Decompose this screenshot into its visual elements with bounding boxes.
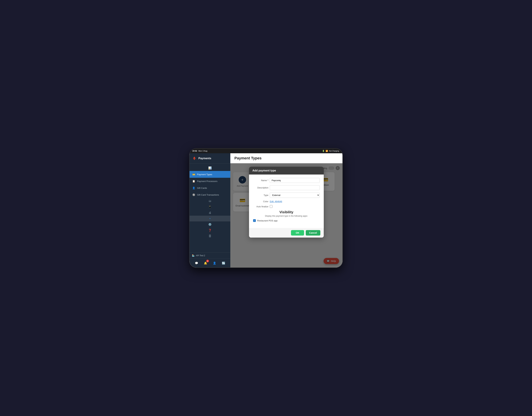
app-logo (192, 156, 197, 161)
device-icon: 📱 (208, 205, 212, 209)
chat-icon: 💬 (195, 261, 198, 265)
sidebar-item-payment-types[interactable]: 💳 Payment Types (190, 171, 230, 178)
active-section-icon: ▪️ (209, 217, 210, 220)
modal-body: Name * Description Type (249, 174, 324, 228)
pos-app-label: Restaurant POS app (257, 219, 277, 222)
sidebar-icon-stats[interactable]: 📊 (190, 165, 230, 171)
venue-name: API Test 2 (196, 254, 205, 257)
print-icon: 🖨 (209, 211, 211, 214)
visibility-option-pos: ✓ Restaurant POS app (253, 219, 320, 222)
sidebar-icon-help[interactable]: ❓ (190, 227, 230, 233)
modal-overlay: Add payment type Name * Description (230, 163, 342, 268)
color-label: Color (253, 200, 268, 203)
sidebar-nav: 📊 💳 Payment Types 📋 Payment Processors 👤… (190, 164, 230, 252)
charging-status: Not Charging (329, 150, 339, 152)
settings-icon: ⚙️ (208, 223, 212, 226)
sidebar-item-gift-cards[interactable]: 👤 Gift Cards (190, 184, 230, 191)
gift-cards-icon: 👤 (192, 186, 195, 190)
description-input[interactable] (270, 185, 320, 190)
status-bar-left: 19:52 Mon 3 Aug (192, 150, 207, 152)
type-select[interactable]: External Internal Cash (270, 193, 320, 198)
auto-finalize-label: Auto finalize (253, 205, 268, 208)
status-bar: 19:52 Mon 3 Aug 🔋 📶 Not Charging (190, 148, 342, 153)
modal-header: Add payment type (249, 167, 324, 174)
venue-icon: 🏪 (192, 254, 194, 257)
visibility-title: Visibility (253, 210, 320, 214)
add-payment-type-modal: Add payment type Name * Description (249, 167, 324, 238)
help-icon: ❓ (208, 229, 212, 232)
sidebar-label-payment-processors: Payment Processors (197, 180, 218, 183)
sidebar-bottom-icons: 💬 🔔 4 👤 ↪️ (190, 259, 230, 268)
db-icon: 🗄 (209, 235, 211, 238)
sidebar-icon-db[interactable]: 🗄 (190, 233, 230, 239)
sidebar-label-gift-card-transactions: Gift Card Transactions (197, 193, 219, 196)
status-time: 19:52 (192, 150, 197, 152)
description-field-row: Description (253, 185, 320, 190)
visibility-desc: Display this payment type in the followi… (253, 215, 320, 217)
sidebar-title: Payments (198, 157, 211, 160)
auto-finalize-checkbox[interactable] (270, 205, 272, 208)
sidebar-item-payment-processors[interactable]: 📋 Payment Processors (190, 178, 230, 184)
app-container: Payments 📊 💳 Payment Types 📋 Payment Pro… (190, 153, 342, 268)
type-field-row: Type External Internal Cash (253, 193, 320, 198)
sidebar-label-payment-types: Payment Types (197, 173, 212, 176)
description-label: Description (253, 186, 268, 189)
page-body: Enable sorting ✕ + Add Payment (230, 163, 342, 268)
chat-button[interactable]: 💬 (194, 260, 199, 266)
user-icon: 👤 (213, 261, 216, 265)
sidebar-icon-print[interactable]: 🖨 (190, 210, 230, 216)
page-title: Payment Types (234, 156, 338, 160)
pos-app-checkbox[interactable]: ✓ (253, 219, 256, 222)
color-field-row: Color Edit: 464646 (253, 200, 320, 203)
sidebar-icon-layers[interactable]: 🗂 (190, 198, 230, 204)
cancel-button[interactable]: Cancel (306, 230, 320, 235)
notifications-button[interactable]: 🔔 4 (203, 260, 208, 266)
payment-processors-icon: 📋 (192, 179, 195, 183)
battery-icon: 🔋 (322, 150, 325, 152)
sidebar-footer: 🏪 API Test 2 (190, 252, 230, 259)
payment-types-icon: 💳 (192, 173, 195, 176)
color-edit-link[interactable]: Edit: 464646 (270, 200, 282, 203)
user-button[interactable]: 👤 (212, 260, 217, 266)
stats-icon: 📊 (208, 166, 212, 170)
name-field-row: Name * (253, 178, 320, 183)
status-date: Mon 3 Aug (198, 150, 207, 152)
logout-icon: ↪️ (222, 261, 225, 265)
name-input[interactable] (270, 178, 320, 183)
sidebar-icon-settings[interactable]: ⚙️ (190, 222, 230, 227)
tablet-frame: 19:52 Mon 3 Aug 🔋 📶 Not Charging Payment… (190, 148, 342, 268)
auto-finalize-field-row: Auto finalize (253, 205, 320, 208)
modal-footer: OK Cancel (249, 228, 324, 238)
wifi-icon: 📶 (326, 150, 328, 152)
type-label: Type (253, 194, 268, 196)
visibility-section: Visibility Display this payment type in … (253, 210, 320, 222)
sidebar-icon-active[interactable]: ▪️ (190, 216, 230, 222)
name-label: Name * (253, 179, 268, 182)
gift-card-transactions-icon: 🔘 (192, 193, 195, 196)
ok-button[interactable]: OK (291, 230, 304, 235)
logout-button[interactable]: ↪️ (221, 260, 226, 266)
sidebar-header: Payments (190, 153, 230, 164)
sidebar-venue: 🏪 API Test 2 (192, 254, 228, 257)
sidebar-icon-device[interactable]: 📱 (190, 204, 230, 210)
layers-icon: 🗂 (209, 200, 211, 203)
sidebar-label-gift-cards: Gift Cards (197, 187, 207, 189)
notification-badge: 4 (206, 260, 209, 262)
sidebar-item-gift-card-transactions[interactable]: 🔘 Gift Card Transactions (190, 191, 230, 198)
page-header: Payment Types (230, 153, 342, 163)
modal-title: Add payment type (252, 169, 276, 172)
sidebar: Payments 📊 💳 Payment Types 📋 Payment Pro… (190, 153, 230, 268)
status-bar-right: 🔋 📶 Not Charging (322, 150, 339, 152)
main-content: Payment Types Enable sorting ✕ + (230, 153, 342, 268)
